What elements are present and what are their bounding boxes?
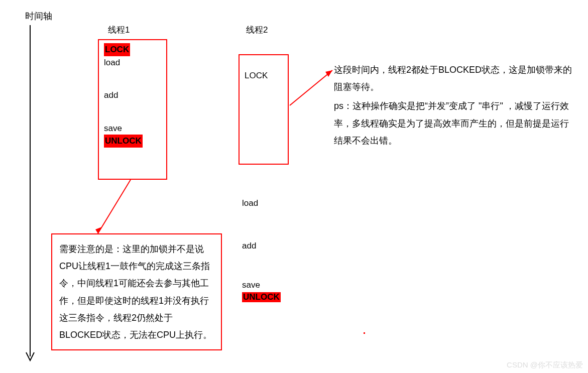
thread2-label: 线程2 xyxy=(246,24,268,36)
svg-line-3 xyxy=(290,70,332,105)
note-right-1: 这段时间内，线程2都处于BLOCKED状态，这是加锁带来的阻塞等待。 xyxy=(334,61,575,95)
t1-lock: LOCK xyxy=(104,43,130,56)
t1-save: save xyxy=(104,122,161,135)
time-axis-arrow xyxy=(23,25,38,366)
note-right-box: 这段时间内，线程2都处于BLOCKED状态，这是加锁带来的阻塞等待。 ps：这种… xyxy=(334,61,575,149)
t2-add: add xyxy=(242,241,256,251)
t2-unlock-wrap: UNLOCK xyxy=(242,292,281,302)
t1-load: load xyxy=(104,56,161,69)
t1-add: add xyxy=(104,89,161,102)
note-right-2: ps：这种操作确实是把“并发”变成了 "串行" ，减慢了运行效率，多线程确实是为… xyxy=(334,97,575,149)
thread1-label: 线程1 xyxy=(108,24,130,36)
note-bottom-text: 需要注意的是：这里的加锁并不是说CPU让线程1一鼓作气的完成这三条指令，中间线程… xyxy=(59,240,214,343)
arrow-t2-to-explain xyxy=(287,63,337,113)
watermark: CSDN @你不应该热爱 xyxy=(507,360,583,370)
arrow-t1-to-note xyxy=(85,176,146,241)
t2-lock: LOCK xyxy=(245,69,283,82)
t1-unlock: UNLOCK xyxy=(104,135,143,148)
thread1-box: LOCK load add save UNLOCK xyxy=(98,39,167,180)
note-bottom-box: 需要注意的是：这里的加锁并不是说CPU让线程1一鼓作气的完成这三条指令，中间线程… xyxy=(51,233,222,350)
red-dot xyxy=(364,332,365,334)
t2-load: load xyxy=(242,198,258,208)
t2-save: save xyxy=(242,280,260,290)
svg-line-1 xyxy=(98,180,131,233)
thread2-lock-box: LOCK xyxy=(239,54,289,165)
t2-unlock: UNLOCK xyxy=(242,292,281,302)
time-axis-label: 时间轴 xyxy=(25,10,52,22)
